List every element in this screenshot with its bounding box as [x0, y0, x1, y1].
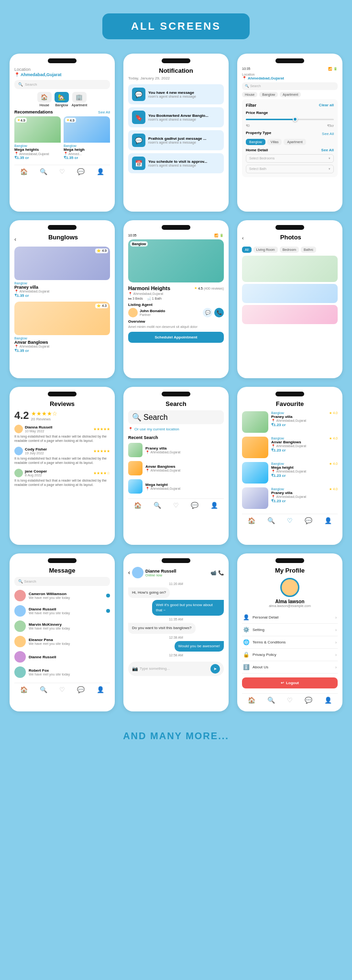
property-card-2[interactable]: ★4.9 Banglow Mega heigh 📍Ahmed... ₹1.35 … — [64, 116, 110, 160]
message-4[interactable]: Eleanor Pena We have met you site today — [14, 636, 110, 647]
nav-chat-icon[interactable]: 💬 — [305, 517, 312, 524]
photo-3[interactable] — [242, 305, 338, 324]
video-call-icon[interactable]: 📹 — [210, 570, 216, 575]
notif-4[interactable]: 📅 You schedule to visit is approv... roo… — [128, 153, 224, 173]
chat-icon[interactable]: 💬 — [203, 308, 212, 317]
nav-profile-icon[interactable]: 👤 — [324, 517, 332, 524]
bungalow-card-2[interactable]: ⭐ 4.3 Banglow Anvar Banglows 📍 Ahmedabad… — [14, 302, 110, 353]
nav-search-icon[interactable]: 🔍 — [40, 686, 47, 693]
nav-heart-icon[interactable]: ♡ — [59, 168, 65, 175]
menu-privacy[interactable]: 🔒 Privacy Policy › — [242, 649, 338, 661]
use-location[interactable]: 📍 Or use my current location — [128, 427, 224, 431]
tab-bedroom[interactable]: Bedroom — [280, 247, 299, 253]
fav-card-3[interactable]: Banglow Mega height 📍 Ahmedabad,Gujarat … — [242, 462, 338, 484]
chat-actions: 📹 📞 — [210, 570, 224, 575]
tab-all[interactable]: All — [242, 247, 252, 253]
nav-heart-icon[interactable]: ♡ — [287, 517, 293, 524]
notif-icon-4: 📅 — [132, 157, 145, 170]
nav-profile-icon[interactable]: 👤 — [97, 686, 104, 693]
menu-setting[interactable]: ⚙️ Setting › — [242, 624, 338, 636]
fav-card-2[interactable]: Banglow Anvar Banglows 📍 Ahmedabad,Gujar… — [242, 437, 338, 458]
type-villas[interactable]: Villas — [267, 139, 282, 145]
tab-apartment[interactable]: Apartment — [280, 92, 301, 97]
message-2[interactable]: Dianne Russell We have met you site toda… — [14, 605, 110, 617]
search-bar[interactable]: 🔍 Search — [14, 80, 110, 89]
send-button[interactable]: ➤ — [210, 664, 220, 674]
search-result-3[interactable]: Mega height 📍 Ahmedabad,Gujarat — [128, 479, 224, 494]
nav-heart-icon[interactable]: ♡ — [287, 697, 293, 704]
nav-search-icon[interactable]: 🔍 — [40, 168, 47, 175]
search-result-1[interactable]: Praney villa 📍 Ahmedabad,Gujarat — [128, 443, 224, 457]
back-button[interactable]: ‹ — [128, 569, 130, 576]
type-banglow[interactable]: Banglow — [246, 139, 265, 145]
tab-house[interactable]: House — [242, 92, 257, 97]
nav-home-icon[interactable]: 🏠 — [248, 697, 255, 704]
nav-chat-icon[interactable]: 💬 — [305, 697, 312, 704]
call-icon[interactable]: 📞 — [214, 308, 224, 317]
schedule-button[interactable]: Schedulel Appointment — [128, 332, 224, 343]
timestamp-1: 11:20 AM — [128, 582, 224, 586]
menu-terms[interactable]: 🌐 Terms & Conditions › — [242, 636, 338, 649]
price-range-label: Price Range — [246, 111, 334, 115]
nav-chat-icon[interactable]: 💬 — [191, 502, 198, 509]
fav-card-1[interactable]: Banglow Praney villa 📍 Ahmedabad,Gujarat… — [242, 411, 338, 433]
price-slider[interactable] — [246, 119, 334, 120]
camera-icon[interactable]: 📷 — [132, 666, 138, 671]
nav-home-icon[interactable]: 🏠 — [20, 686, 28, 693]
profile-email: alma.lawson@example.com — [242, 604, 338, 608]
bungalow-card-1[interactable]: ⭐ 4.9 Banglow Praney villa 📍 Ahmedabad,G… — [14, 247, 110, 298]
tab-apartment[interactable]: 🏢 Apartment — [72, 92, 87, 107]
tab-living-room[interactable]: Living Room — [253, 247, 278, 253]
search-bar[interactable]: 🔍 Search — [242, 82, 338, 90]
type-apartment[interactable]: Apartment — [284, 139, 306, 145]
photo-1[interactable] — [242, 256, 338, 282]
bath-select[interactable]: Select Bath▾ — [246, 165, 334, 173]
reviewer-stars-1: ★★★★★ — [93, 427, 110, 431]
phone-icon[interactable]: 📞 — [218, 570, 224, 575]
tab-banglow[interactable]: Banglow — [259, 92, 278, 97]
property-name: Harmoni Heights — [128, 285, 170, 291]
nav-profile-icon[interactable]: 👤 — [210, 502, 218, 509]
bedroom-select[interactable]: Select Bedrooms▾ — [246, 154, 334, 163]
fav-image-2 — [242, 437, 268, 458]
nav-profile-icon[interactable]: 👤 — [324, 697, 332, 704]
nav-chat-icon[interactable]: 💬 — [77, 168, 85, 175]
fav-card-4[interactable]: Banglow Praney villa 📍 Ahmedabad,Gujarat… — [242, 487, 338, 509]
search-bar[interactable]: 🔍 Search — [14, 577, 110, 586]
nav-heart-icon[interactable]: ♡ — [173, 502, 179, 509]
nav-search-icon[interactable]: 🔍 — [154, 502, 161, 509]
nav-profile-icon[interactable]: 👤 — [97, 168, 104, 175]
notif-1[interactable]: 💬 You have 4 new message room's agent sh… — [128, 84, 224, 104]
nav-chat-icon[interactable]: 💬 — [77, 686, 85, 693]
review-1: Dianna Russell 10 May 2022 ★★★★★ It is l… — [14, 425, 110, 443]
nav-home-icon[interactable]: 🏠 — [134, 502, 142, 509]
status-bar: 10:35 📶 🔋 — [128, 234, 224, 237]
message-input[interactable]: Type something... — [140, 666, 209, 671]
message-3[interactable]: Marvin McKinnery We have met you site to… — [14, 620, 110, 632]
nav-search-icon[interactable]: 🔍 — [267, 517, 275, 524]
notif-3[interactable]: 💬 Prathick gadhvi just message ... room'… — [128, 130, 224, 150]
property-type-options: Banglow Villas Apartment — [246, 139, 334, 145]
nav-home-icon[interactable]: 🏠 — [248, 517, 255, 524]
logout-button[interactable]: ↩ Logout — [242, 677, 338, 688]
nav-home-icon[interactable]: 🏠 — [20, 168, 28, 175]
unread-badge-2 — [106, 609, 110, 613]
menu-personal-detail[interactable]: 👤 Personal Detail › — [242, 611, 338, 624]
menu-about[interactable]: ℹ️ About Us › — [242, 661, 338, 674]
tab-banglow[interactable]: 🏡 Banglow — [55, 92, 69, 107]
message-5[interactable]: Dianne Russell — [14, 651, 110, 663]
filter-panel: Filter Clear all Price Range ₹0₹5cr Prop… — [242, 99, 338, 177]
property-card-1[interactable]: ★4.9 Banglow Mega heights 📍Ahmedabad,Guj… — [14, 116, 61, 160]
notch — [48, 392, 77, 396]
tab-house[interactable]: 🏠 House — [37, 92, 52, 107]
search-result-2[interactable]: Anvar Banglows 📍 Ahmedabad,Gujarat — [128, 461, 224, 475]
notif-2[interactable]: 🔖 You Bookmarked Anvar Banglo... room's … — [128, 107, 224, 127]
photo-2[interactable] — [242, 284, 338, 303]
nav-search-icon[interactable]: 🔍 — [267, 697, 275, 704]
message-1[interactable]: Cameron Williamson We have met you site … — [14, 590, 110, 601]
search-input[interactable]: 🔍 Search — [128, 410, 224, 424]
tab-bathroom[interactable]: Bathrc — [301, 247, 316, 253]
property-image-1: ★4.9 — [14, 116, 61, 143]
nav-heart-icon[interactable]: ♡ — [59, 686, 65, 693]
message-6[interactable]: Robert Fox We have met you site today — [14, 666, 110, 678]
